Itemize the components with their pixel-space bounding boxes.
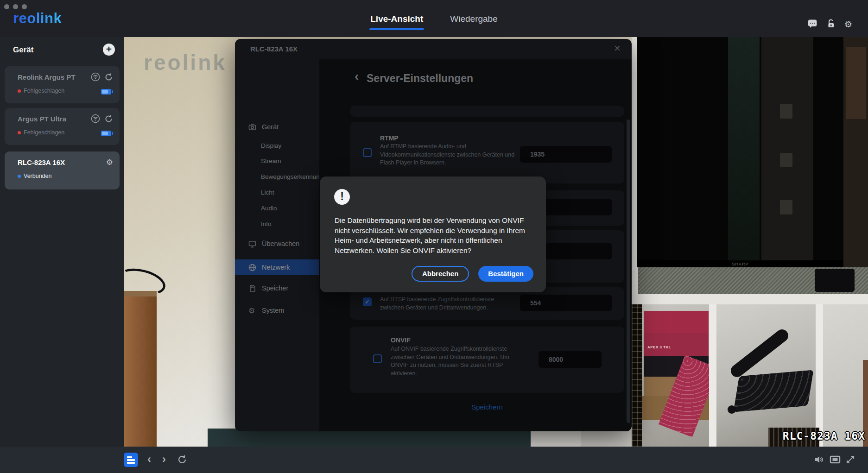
confirm-button[interactable]: Bestätigen [478,266,533,282]
cancel-button[interactable]: Abbrechen [412,266,469,282]
device-sidebar: Gerät + Reolink Argus PT Fehlgeschlagen [0,37,124,473]
settings-gear-icon[interactable]: ⚙ [844,19,852,30]
scene-picture-frame [846,47,866,119]
tab-live-view[interactable]: Live-Ansicht [370,14,423,24]
device-list-toggle-button[interactable] [124,453,138,467]
scene-shelf: APEX 3 TKL [632,304,868,447]
scene-shelf-boxes: APEX 3 TKL [642,304,709,447]
add-device-button[interactable]: + [103,44,115,56]
exclamation-icon: ! [334,189,350,205]
unlock-icon[interactable] [826,19,836,31]
settings-modal-wrap: RLC-823A 16X × Gerät Display Stream Bewe… [235,39,632,431]
page-next-icon[interactable]: › [162,452,166,466]
status-dot-failed [18,89,21,93]
scene-light-switch [780,104,792,119]
device-status: Verbunden [18,173,51,179]
window-zoom-button[interactable] [22,4,27,9]
device-name: Argus PT Ultra [18,115,66,123]
device-status: Fehlgeschlagen [18,88,64,94]
battery-icon [101,89,111,95]
status-dot-failed [18,131,21,134]
wifi-signal-icon[interactable] [91,72,100,83]
player-toolbar: ‹ › [0,447,868,473]
volume-icon[interactable] [814,454,824,467]
tv-brand-label: SHARP [637,262,843,266]
battery-icon [101,131,111,136]
fullscreen-icon[interactable] [845,454,855,467]
dialog-message: Die Datenübertragung wird bei der Verwen… [335,215,531,255]
scene-cabinet [124,291,157,447]
status-dot-connected [18,175,21,178]
device-card-rlc-823a[interactable]: RLC-823A 16X Verbunden ⚙ [5,151,120,189]
video-watermark: reolink [144,50,227,75]
device-settings-gear-icon[interactable]: ⚙ [106,158,113,167]
refresh-icon[interactable] [177,454,187,467]
reconnect-icon[interactable] [104,114,113,125]
reconnect-icon[interactable] [104,73,113,83]
window-minimize-button[interactable] [13,4,18,9]
scene-light-switch [780,153,792,167]
wifi-signal-icon[interactable] [91,114,100,125]
tab-playback[interactable]: Wiedergabe [450,14,497,24]
scene-tv: SHARP [637,37,843,267]
device-status: Fehlgeschlagen [18,129,64,136]
scene-light-switch [780,200,792,214]
scene-shelf-phone [716,304,816,447]
scene-mesh [632,304,642,447]
device-card-argus-pt-ultra[interactable]: Argus PT Ultra Fehlgeschlagen [5,108,120,145]
scene-phone [733,370,813,412]
display-frame-icon[interactable] [830,454,841,467]
app-window: reolink SHARP [0,0,868,473]
device-name: RLC-823A 16X [18,158,65,166]
scene-right: SHARP APEX 3 TKL [632,37,868,447]
scene-box-label: APEX 3 TKL [644,333,709,356]
page-previous-icon[interactable]: ‹ [147,452,151,466]
sidebar-header: Gerät [13,45,33,55]
camera-osd-label: RLC-823A 16X [783,430,865,442]
main-tabs: Live-Ansicht Wiedergabe [0,14,868,24]
feedback-icon[interactable] [807,19,817,31]
window-close-button[interactable] [4,4,9,9]
device-name: Reolink Argus PT [18,73,75,81]
onvif-confirm-dialog: ! Die Datenübertragung wird bei der Verw… [320,177,546,292]
titlebar: reolink Live-Ansicht Wiedergabe [0,0,868,37]
device-card-argus-pt[interactable]: Reolink Argus PT Fehlgeschlagen [5,66,120,103]
